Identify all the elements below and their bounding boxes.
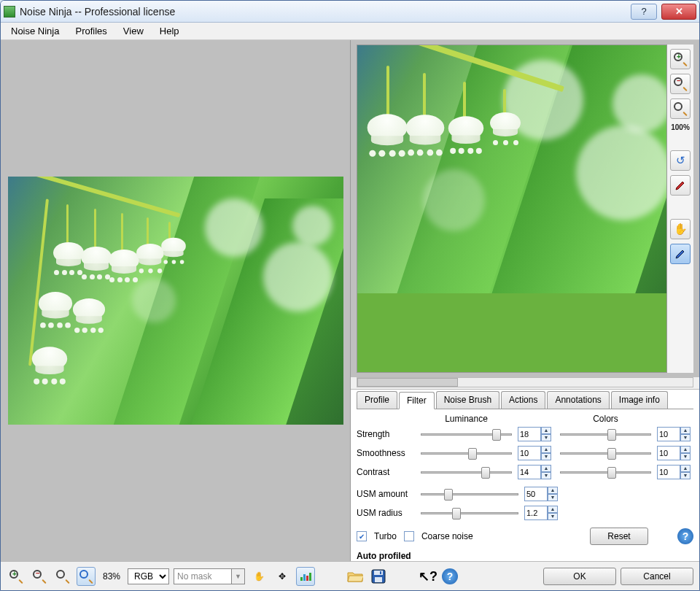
strength-col-slider[interactable]: [560, 428, 651, 440]
svg-rect-0: [300, 577, 303, 581]
channel-select[interactable]: RGB: [128, 568, 169, 584]
panel-help-button[interactable]: ?: [677, 528, 693, 544]
mask-select[interactable]: [174, 568, 232, 584]
footer-open-icon[interactable]: [346, 567, 365, 586]
footer-toolbar: 83% RGB ▼ ✋ ✥ ↖? ? OK Cancel: [1, 561, 699, 590]
contrast-lum-slider[interactable]: [421, 466, 512, 478]
titlebar-close-button[interactable]: ✕: [661, 4, 696, 20]
usm-radius-spin[interactable]: ▲▼: [524, 506, 561, 520]
contrast-label: Contrast: [357, 467, 415, 477]
usm-amount-slider[interactable]: [421, 488, 518, 500]
zoom-out-button[interactable]: [670, 74, 691, 94]
original-image-pane[interactable]: [1, 40, 351, 561]
smoothness-col-spin[interactable]: ▲▼: [657, 446, 693, 460]
colors-header: Colors: [560, 414, 651, 424]
footer-histogram-icon[interactable]: [296, 567, 315, 586]
svg-rect-5: [374, 571, 383, 575]
cancel-button[interactable]: Cancel: [621, 568, 693, 585]
strength-label: Strength: [357, 429, 415, 439]
svg-rect-1: [303, 574, 306, 581]
tab-annotations[interactable]: Annotations: [547, 391, 609, 409]
zoom-percent-label: 100%: [671, 123, 690, 131]
footer-zoom-value: 83%: [103, 571, 120, 582]
smoothness-lum-spin[interactable]: ▲▼: [518, 446, 554, 460]
footer-save-icon[interactable]: [369, 567, 388, 586]
contrast-col-slider[interactable]: [560, 466, 651, 478]
usm-amount-label: USM amount: [357, 489, 415, 499]
ok-button[interactable]: OK: [543, 568, 616, 585]
strength-col-spin[interactable]: ▲▼: [657, 427, 693, 441]
footer-help-icon[interactable]: ?: [442, 568, 458, 584]
menu-help[interactable]: Help: [157, 24, 182, 38]
preview-image: [357, 45, 667, 373]
menu-view[interactable]: View: [120, 24, 147, 38]
usm-radius-slider[interactable]: [421, 507, 518, 519]
turbo-checkbox[interactable]: ✔: [357, 531, 367, 541]
menu-noise-ninja[interactable]: Noise Ninja: [8, 24, 62, 38]
app-icon: [4, 6, 15, 18]
brush-tool-button-2[interactable]: [670, 244, 691, 264]
footer-whatsthis-icon[interactable]: ↖?: [419, 567, 438, 586]
reset-button[interactable]: Reset: [590, 528, 648, 545]
contrast-lum-spin[interactable]: ▲▼: [518, 465, 554, 479]
footer-pan-icon[interactable]: ✋: [249, 567, 268, 586]
tab-actions[interactable]: Actions: [501, 391, 545, 409]
tab-image-info[interactable]: Image info: [611, 391, 668, 409]
titlebar: Noise Ninja -- Professional license ? ✕: [1, 1, 699, 23]
titlebar-help-button[interactable]: ?: [631, 4, 657, 20]
footer-move-icon[interactable]: ✥: [273, 567, 292, 586]
svg-rect-3: [309, 573, 311, 581]
footer-zoom-fit-icon[interactable]: [77, 567, 96, 586]
usm-radius-label: USM radius: [357, 508, 415, 518]
menubar: Noise Ninja Profiles View Help: [1, 23, 699, 40]
svg-rect-6: [375, 577, 382, 582]
turbo-label: Turbo: [374, 531, 397, 541]
usm-amount-spin[interactable]: ▲▼: [524, 487, 561, 501]
tab-filter[interactable]: Filter: [399, 392, 435, 409]
brush-tool-button[interactable]: [670, 175, 691, 196]
svg-rect-2: [306, 576, 308, 581]
tab-noise-brush[interactable]: Noise Brush: [436, 391, 499, 409]
luminance-header: Luminance: [421, 414, 512, 424]
smoothness-lum-slider[interactable]: [421, 447, 512, 459]
right-toolstrip: 100% ↺ ✋: [667, 45, 693, 373]
footer-zoom-actual-icon[interactable]: [53, 567, 72, 586]
window-title: Noise Ninja -- Professional license: [20, 6, 631, 18]
smoothness-label: Smoothness: [357, 448, 415, 458]
strength-lum-slider[interactable]: [421, 428, 512, 440]
footer-zoom-out-icon[interactable]: [30, 567, 49, 586]
original-image: [8, 177, 343, 425]
svg-rect-7: [380, 571, 381, 574]
strength-lum-spin[interactable]: ▲▼: [518, 427, 554, 441]
undo-button[interactable]: ↺: [670, 150, 691, 171]
zoom-fit-button[interactable]: [670, 98, 691, 119]
preview-image-pane[interactable]: 100% ↺ ✋: [351, 40, 699, 377]
zoom-in-button[interactable]: [670, 49, 691, 69]
pan-tool-button[interactable]: ✋: [670, 219, 691, 239]
footer-zoom-in-icon[interactable]: [7, 567, 26, 586]
coarse-noise-label: Coarse noise: [421, 531, 473, 541]
tab-profile[interactable]: Profile: [357, 391, 397, 409]
contrast-col-spin[interactable]: ▲▼: [657, 465, 693, 479]
settings-tabs: Profile Filter Noise Brush Actions Annot…: [357, 391, 693, 409]
menu-profiles[interactable]: Profiles: [72, 24, 109, 38]
preview-horizontal-scrollbar[interactable]: [357, 377, 693, 387]
settings-panel: Profile Filter Noise Brush Actions Annot…: [351, 389, 699, 549]
smoothness-col-slider[interactable]: [560, 447, 651, 459]
status-label: Auto profiled: [351, 549, 699, 561]
coarse-noise-checkbox[interactable]: [404, 531, 414, 541]
